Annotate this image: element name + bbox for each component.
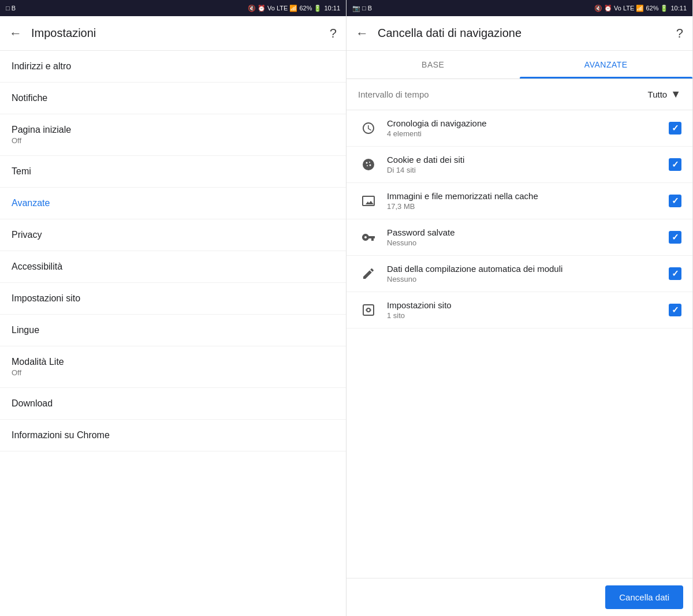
right-status-icons: 📷 □ B [352, 5, 372, 12]
time-range-label: Intervallo di tempo [358, 89, 429, 99]
site-settings-checkbox[interactable] [667, 304, 683, 316]
autofill-checkbox[interactable] [667, 267, 683, 280]
settings-item-accessibility[interactable]: Accessibilità [0, 251, 346, 283]
left-status-icons: □ B [6, 5, 16, 12]
cookie-icon [356, 158, 381, 171]
svg-rect-5 [363, 305, 374, 315]
tabs-bar: BASE AVANZATE [346, 51, 692, 79]
settings-item-lite-mode[interactable]: Modalità Lite Off [0, 346, 346, 388]
right-help-button[interactable]: ? [676, 26, 683, 41]
cancella-dati-button[interactable]: Cancella dati [605, 585, 683, 609]
tab-avanzate[interactable]: AVANZATE [520, 51, 693, 79]
left-panel: □ B 🔇 ⏰ Vo LTE 📶 62% 🔋 10:11 ← Impostazi… [0, 0, 346, 616]
settings-item-addresses[interactable]: Indirizzi e altro [0, 51, 346, 83]
image-icon [356, 194, 381, 208]
settings-icon [356, 303, 381, 317]
settings-item-notifications[interactable]: Notifiche [0, 83, 346, 114]
settings-item-languages[interactable]: Lingue [0, 315, 346, 346]
key-icon [356, 230, 381, 244]
settings-item-advanced[interactable]: Avanzate [0, 188, 346, 219]
cookies-checkbox[interactable] [667, 158, 683, 171]
settings-list: Indirizzi e altro Notifiche Pagina inizi… [0, 51, 346, 616]
right-page-title: Cancella dati di navigazione [378, 27, 676, 40]
settings-item-themes[interactable]: Temi [0, 156, 346, 188]
settings-item-homepage[interactable]: Pagina iniziale Off [0, 114, 346, 156]
left-status-icons-right: 🔇 ⏰ Vo LTE 📶 62% 🔋 [248, 5, 322, 12]
time-range-row: Intervallo di tempo Tutto ▼ [346, 79, 692, 110]
right-status-icons-right: 🔇 ⏰ Vo LTE 📶 62% 🔋 [594, 5, 669, 12]
site-settings-text: Impostazioni sito 1 sito [381, 300, 667, 320]
dropdown-arrow-icon: ▼ [670, 88, 681, 100]
right-status-bar: 📷 □ B 🔇 ⏰ Vo LTE 📶 62% 🔋 10:11 [346, 0, 692, 16]
tab-base[interactable]: BASE [346, 51, 520, 79]
svg-point-6 [367, 308, 370, 312]
bottom-action-bar: Cancella dati [346, 578, 692, 616]
svg-point-4 [367, 165, 368, 166]
clear-item-passwords[interactable]: Password salvate Nessuno [346, 219, 692, 256]
right-back-button[interactable]: ← [356, 26, 368, 41]
pencil-icon [356, 267, 381, 281]
svg-point-1 [366, 162, 368, 164]
right-panel: 📷 □ B 🔇 ⏰ Vo LTE 📶 62% 🔋 10:11 ← Cancell… [346, 0, 693, 616]
left-help-button[interactable]: ? [330, 26, 337, 41]
settings-item-about[interactable]: Informazioni su Chrome [0, 420, 346, 451]
cache-text: Immagini e file memorizzati nella cache … [381, 191, 667, 211]
clear-item-site-settings[interactable]: Impostazioni sito 1 sito [346, 292, 692, 328]
history-checkbox[interactable] [667, 122, 683, 135]
clear-item-history[interactable]: Cronologia di navigazione 4 elementi [346, 110, 692, 147]
time-range-selector[interactable]: Tutto ▼ [648, 88, 681, 100]
clear-item-cache[interactable]: Immagini e file memorizzati nella cache … [346, 183, 692, 219]
cache-checkbox[interactable] [667, 195, 683, 207]
clear-data-list: Cronologia di navigazione 4 elementi Coo… [346, 110, 692, 578]
left-page-title: Impostazioni [31, 27, 330, 40]
settings-item-site-settings[interactable]: Impostazioni sito [0, 283, 346, 315]
settings-item-download[interactable]: Download [0, 388, 346, 420]
right-time: 10:11 [670, 5, 687, 12]
clock-icon [356, 121, 381, 135]
svg-point-3 [370, 165, 371, 166]
settings-item-privacy[interactable]: Privacy [0, 219, 346, 251]
left-back-button[interactable]: ← [9, 26, 22, 41]
autofill-text: Dati della compilazione automatica dei m… [381, 264, 667, 283]
left-top-bar: ← Impostazioni ? [0, 16, 346, 51]
clear-item-cookies[interactable]: Cookie e dati dei siti Di 14 siti [346, 147, 692, 183]
clear-item-autofill[interactable]: Dati della compilazione automatica dei m… [346, 256, 692, 292]
left-status-bar: □ B 🔇 ⏰ Vo LTE 📶 62% 🔋 10:11 [0, 0, 346, 16]
passwords-text: Password salvate Nessuno [381, 227, 667, 247]
svg-point-0 [363, 159, 374, 170]
cookies-text: Cookie e dati dei siti Di 14 siti [381, 155, 667, 174]
time-range-value: Tutto [648, 89, 668, 99]
svg-point-2 [369, 162, 370, 163]
passwords-checkbox[interactable] [667, 231, 683, 244]
left-time: 10:11 [324, 5, 340, 12]
right-top-bar: ← Cancella dati di navigazione ? [346, 16, 692, 51]
history-text: Cronologia di navigazione 4 elementi [381, 118, 667, 138]
